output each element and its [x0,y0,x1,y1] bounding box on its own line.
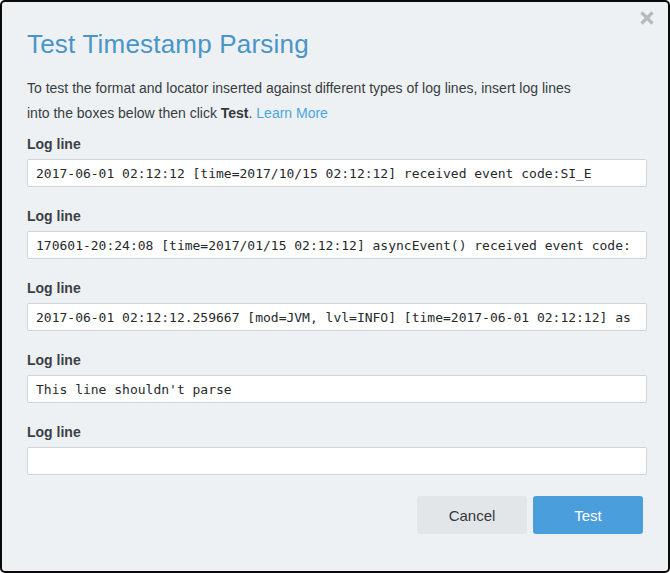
log-line-field-1: Log line [27,136,643,187]
description-line1: To test the format and locator inserted … [27,80,571,96]
dialog-footer: Cancel Test [2,496,668,534]
dialog-content: Test Timestamp Parsing To test the forma… [2,28,668,475]
log-line-label: Log line [27,352,643,369]
log-line-input-4[interactable] [27,375,647,403]
log-line-field-5: Log line [27,424,643,475]
log-line-input-3[interactable] [27,303,647,331]
log-line-field-3: Log line [27,280,643,331]
log-line-label: Log line [27,280,643,297]
log-line-label: Log line [27,136,643,153]
cancel-button[interactable]: Cancel [417,496,527,534]
log-line-label: Log line [27,424,643,441]
dialog-title: Test Timestamp Parsing [27,28,643,60]
description-bold-test: Test [221,105,249,121]
close-button[interactable] [637,8,657,28]
log-line-label: Log line [27,208,643,225]
log-line-fields: Log line Log line Log line Log line Log … [27,136,643,475]
log-line-field-2: Log line [27,208,643,259]
close-icon [639,10,655,26]
log-line-field-4: Log line [27,352,643,403]
log-line-input-5[interactable] [27,447,647,475]
log-line-input-2[interactable] [27,231,647,259]
learn-more-link[interactable]: Learn More [256,105,328,121]
test-button[interactable]: Test [533,496,643,534]
dialog-description: To test the format and locator inserted … [27,76,643,126]
test-timestamp-parsing-dialog: { "dialog": { "title": "Test Timestamp P… [0,0,670,573]
log-line-input-1[interactable] [27,159,647,187]
description-line2: into the boxes below then click [27,105,221,121]
